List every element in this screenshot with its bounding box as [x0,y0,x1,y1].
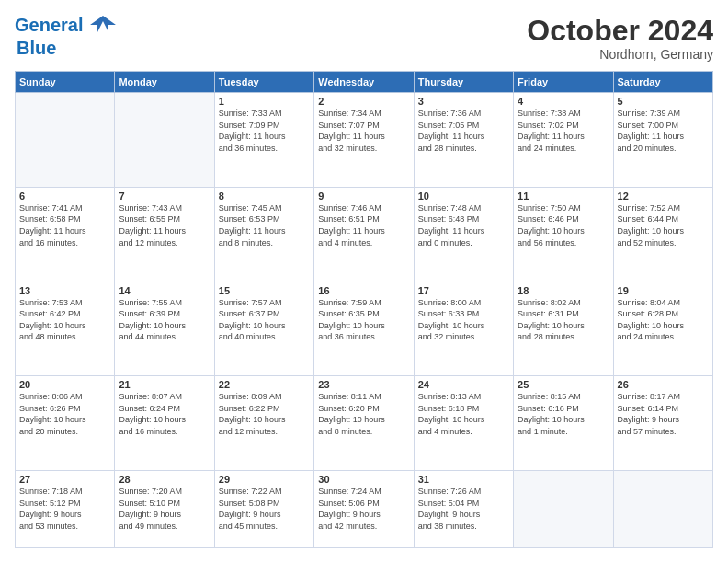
day-number: 15 [219,285,310,296]
day-number: 5 [618,96,709,107]
calendar-cell: 2Sunrise: 7:34 AM Sunset: 7:07 PM Daylig… [314,93,414,188]
calendar-cell: 3Sunrise: 7:36 AM Sunset: 7:05 PM Daylig… [414,93,513,188]
day-number: 8 [219,190,310,201]
calendar-cell [514,470,613,547]
day-number: 11 [518,190,609,201]
day-info: Sunrise: 8:09 AM Sunset: 6:22 PM Dayligh… [219,391,310,437]
calendar-cell: 12Sunrise: 7:52 AM Sunset: 6:44 PM Dayli… [613,187,712,282]
day-info: Sunrise: 8:07 AM Sunset: 6:24 PM Dayligh… [119,391,210,437]
calendar-cell: 26Sunrise: 8:17 AM Sunset: 6:14 PM Dayli… [613,376,712,471]
svg-marker-0 [90,16,116,32]
day-info: Sunrise: 8:17 AM Sunset: 6:14 PM Dayligh… [618,391,709,437]
calendar-cell: 14Sunrise: 7:55 AM Sunset: 6:39 PM Dayli… [115,282,214,376]
calendar-cell: 18Sunrise: 8:02 AM Sunset: 6:31 PM Dayli… [514,282,613,376]
header-monday: Monday [115,72,214,93]
day-number: 28 [119,474,210,485]
day-number: 31 [418,474,509,485]
location: Nordhorn, Germany [527,47,713,62]
header-wednesday: Wednesday [314,72,414,93]
day-info: Sunrise: 7:24 AM Sunset: 5:06 PM Dayligh… [318,486,409,532]
header-sunday: Sunday [16,72,115,93]
calendar-cell [16,93,115,188]
calendar-cell: 31Sunrise: 7:26 AM Sunset: 5:04 PM Dayli… [414,470,513,547]
day-info: Sunrise: 8:15 AM Sunset: 6:16 PM Dayligh… [518,391,609,437]
calendar-cell [115,93,214,188]
calendar-cell: 8Sunrise: 7:45 AM Sunset: 6:53 PM Daylig… [214,187,313,282]
day-number: 24 [418,379,509,390]
header-tuesday: Tuesday [214,72,313,93]
day-number: 12 [618,190,709,201]
day-number: 2 [318,96,409,107]
calendar-cell: 29Sunrise: 7:22 AM Sunset: 5:08 PM Dayli… [214,470,313,547]
day-info: Sunrise: 7:36 AM Sunset: 7:05 PM Dayligh… [418,108,509,154]
day-info: Sunrise: 7:26 AM Sunset: 5:04 PM Dayligh… [418,486,509,532]
calendar-cell: 4Sunrise: 7:38 AM Sunset: 7:02 PM Daylig… [514,93,613,188]
page-header: General Blue October 2024 Nordhorn, Germ… [15,15,713,62]
day-info: Sunrise: 8:11 AM Sunset: 6:20 PM Dayligh… [318,391,409,437]
logo-blue: Blue [17,38,116,58]
logo-bird-icon [90,12,116,38]
calendar-cell: 28Sunrise: 7:20 AM Sunset: 5:10 PM Dayli… [115,470,214,547]
calendar-cell: 21Sunrise: 8:07 AM Sunset: 6:24 PM Dayli… [115,376,214,471]
day-info: Sunrise: 7:46 AM Sunset: 6:51 PM Dayligh… [318,202,409,248]
day-info: Sunrise: 7:39 AM Sunset: 7:00 PM Dayligh… [618,108,709,154]
day-info: Sunrise: 7:38 AM Sunset: 7:02 PM Dayligh… [518,108,609,154]
title-block: October 2024 Nordhorn, Germany [527,15,713,62]
day-number: 7 [119,190,210,201]
day-info: Sunrise: 7:20 AM Sunset: 5:10 PM Dayligh… [119,486,210,532]
calendar-cell: 6Sunrise: 7:41 AM Sunset: 6:58 PM Daylig… [16,187,115,282]
day-info: Sunrise: 8:13 AM Sunset: 6:18 PM Dayligh… [418,391,509,437]
calendar-cell: 9Sunrise: 7:46 AM Sunset: 6:51 PM Daylig… [314,187,414,282]
day-number: 25 [518,379,609,390]
day-info: Sunrise: 7:48 AM Sunset: 6:48 PM Dayligh… [418,202,509,248]
day-number: 9 [318,190,409,201]
day-number: 27 [19,474,110,485]
day-info: Sunrise: 7:52 AM Sunset: 6:44 PM Dayligh… [618,202,709,248]
day-number: 13 [19,285,110,296]
weekday-header-row: Sunday Monday Tuesday Wednesday Thursday… [16,72,713,93]
header-friday: Friday [514,72,613,93]
calendar-cell: 15Sunrise: 7:57 AM Sunset: 6:37 PM Dayli… [214,282,313,376]
day-number: 4 [518,96,609,107]
calendar-cell: 19Sunrise: 8:04 AM Sunset: 6:28 PM Dayli… [613,282,712,376]
day-number: 23 [318,379,409,390]
calendar-cell: 16Sunrise: 7:59 AM Sunset: 6:35 PM Dayli… [314,282,414,376]
day-number: 26 [618,379,709,390]
day-info: Sunrise: 7:53 AM Sunset: 6:42 PM Dayligh… [19,297,110,343]
day-info: Sunrise: 7:34 AM Sunset: 7:07 PM Dayligh… [318,108,409,154]
calendar-cell: 23Sunrise: 8:11 AM Sunset: 6:20 PM Dayli… [314,376,414,471]
calendar-cell: 5Sunrise: 7:39 AM Sunset: 7:00 PM Daylig… [613,93,712,188]
day-number: 17 [418,285,509,296]
calendar-cell: 22Sunrise: 8:09 AM Sunset: 6:22 PM Dayli… [214,376,313,471]
day-info: Sunrise: 8:02 AM Sunset: 6:31 PM Dayligh… [518,297,609,343]
calendar-cell: 10Sunrise: 7:48 AM Sunset: 6:48 PM Dayli… [414,187,513,282]
day-number: 20 [19,379,110,390]
logo-general: General [15,15,83,35]
calendar-cell: 30Sunrise: 7:24 AM Sunset: 5:06 PM Dayli… [314,470,414,547]
day-info: Sunrise: 8:06 AM Sunset: 6:26 PM Dayligh… [19,391,110,437]
day-number: 29 [219,474,310,485]
calendar-cell: 13Sunrise: 7:53 AM Sunset: 6:42 PM Dayli… [16,282,115,376]
calendar-cell: 1Sunrise: 7:33 AM Sunset: 7:09 PM Daylig… [214,93,313,188]
day-number: 3 [418,96,509,107]
calendar-cell: 20Sunrise: 8:06 AM Sunset: 6:26 PM Dayli… [16,376,115,471]
day-number: 14 [119,285,210,296]
day-number: 22 [219,379,310,390]
calendar-table: Sunday Monday Tuesday Wednesday Thursday… [15,71,713,548]
calendar-cell: 17Sunrise: 8:00 AM Sunset: 6:33 PM Dayli… [414,282,513,376]
month-title: October 2024 [527,15,713,47]
day-number: 19 [618,285,709,296]
day-info: Sunrise: 7:59 AM Sunset: 6:35 PM Dayligh… [318,297,409,343]
header-saturday: Saturday [613,72,712,93]
day-info: Sunrise: 8:00 AM Sunset: 6:33 PM Dayligh… [418,297,509,343]
day-info: Sunrise: 7:33 AM Sunset: 7:09 PM Dayligh… [219,108,310,154]
calendar-cell: 27Sunrise: 7:18 AM Sunset: 5:12 PM Dayli… [16,470,115,547]
day-number: 1 [219,96,310,107]
day-info: Sunrise: 7:41 AM Sunset: 6:58 PM Dayligh… [19,202,110,248]
day-info: Sunrise: 7:18 AM Sunset: 5:12 PM Dayligh… [19,486,110,532]
header-thursday: Thursday [414,72,513,93]
day-info: Sunrise: 7:57 AM Sunset: 6:37 PM Dayligh… [219,297,310,343]
day-info: Sunrise: 7:45 AM Sunset: 6:53 PM Dayligh… [219,202,310,248]
calendar-cell: 25Sunrise: 8:15 AM Sunset: 6:16 PM Dayli… [514,376,613,471]
day-info: Sunrise: 7:43 AM Sunset: 6:55 PM Dayligh… [119,202,210,248]
